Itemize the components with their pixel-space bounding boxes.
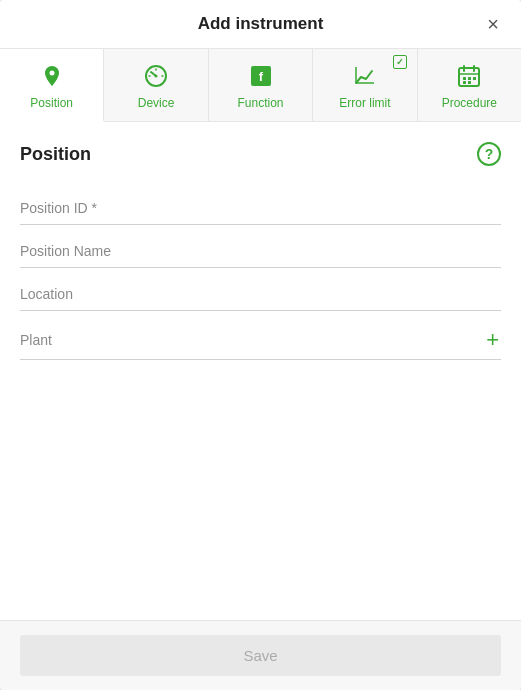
section-header: Position ? [20, 142, 501, 166]
field-location: Location [20, 272, 501, 311]
svg-rect-17 [473, 77, 476, 80]
tab-error-limit-label: Error limit [339, 96, 390, 110]
tab-procedure-label: Procedure [442, 96, 497, 110]
error-limit-badge [393, 55, 407, 69]
help-icon[interactable]: ? [477, 142, 501, 166]
svg-rect-16 [468, 81, 471, 84]
tab-position-label: Position [30, 96, 73, 110]
plant-add-button[interactable]: + [484, 329, 501, 351]
add-instrument-modal: Add instrument × Position D [0, 0, 521, 690]
modal-title: Add instrument [198, 14, 324, 34]
gauge-icon [140, 60, 172, 92]
field-position-id: Position ID * [20, 186, 501, 225]
tab-device[interactable]: Device [104, 49, 208, 121]
field-position-name-label: Position Name [20, 243, 111, 259]
modal-footer: Save [0, 620, 521, 690]
field-location-label: Location [20, 286, 73, 302]
svg-rect-14 [468, 77, 471, 80]
svg-rect-13 [463, 77, 466, 80]
function-icon: f [245, 60, 277, 92]
tab-device-label: Device [138, 96, 175, 110]
tab-function[interactable]: f Function [209, 49, 313, 121]
svg-point-0 [49, 70, 54, 75]
tab-position[interactable]: Position [0, 49, 104, 122]
tab-function-label: Function [238, 96, 284, 110]
calendar-icon [453, 60, 485, 92]
close-button[interactable]: × [481, 12, 505, 36]
svg-text:f: f [258, 69, 263, 84]
field-position-id-label: Position ID * [20, 200, 97, 216]
svg-rect-15 [463, 81, 466, 84]
field-plant-label: Plant [20, 332, 52, 348]
tab-error-limit[interactable]: Error limit [313, 49, 417, 121]
chart-icon [349, 60, 381, 92]
tab-procedure[interactable]: Procedure [418, 49, 521, 121]
tab-bar: Position Device f [0, 49, 521, 122]
modal-header: Add instrument × [0, 0, 521, 49]
main-content: Position ? Position ID * Position Name L… [0, 122, 521, 620]
pin-icon [36, 60, 68, 92]
field-position-name: Position Name [20, 229, 501, 268]
save-button[interactable]: Save [20, 635, 501, 676]
field-plant: Plant + [20, 315, 501, 360]
section-title: Position [20, 144, 91, 165]
svg-point-2 [155, 75, 158, 78]
